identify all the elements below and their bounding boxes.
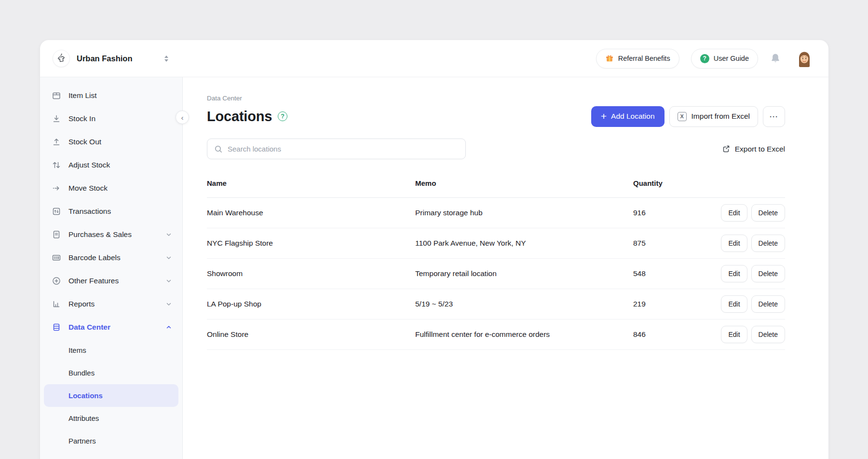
sidebar-subitem-bundles[interactable]: Bundles xyxy=(44,362,178,384)
bar-chart-icon xyxy=(52,299,61,309)
edit-button[interactable]: Edit xyxy=(721,295,747,313)
export-icon xyxy=(721,144,731,153)
sidebar-subitem-label: Items xyxy=(68,346,86,354)
export-to-excel-button[interactable]: Export to Excel xyxy=(721,144,785,153)
notifications-button[interactable] xyxy=(770,53,781,64)
app-header: Urban Fashion Referral Benefits ? User G… xyxy=(40,40,828,77)
more-options-button[interactable]: ··· xyxy=(763,106,785,127)
arrow-right-dashed-icon xyxy=(52,183,61,193)
sidebar-item-label: Stock In xyxy=(68,114,95,123)
import-from-excel-label: Import from Excel xyxy=(692,112,750,121)
table-row: NYC Flagship Store 1100 Park Avenue, New… xyxy=(207,228,785,259)
cell-name: Showroom xyxy=(207,269,415,278)
referral-benefits-button[interactable]: Referral Benefits xyxy=(596,49,679,69)
table-header: Name Memo Quantity xyxy=(207,159,785,198)
cell-memo: Fulfillment center for e-commerce orders xyxy=(415,330,633,339)
cell-memo: 1100 Park Avenue, New York, NY xyxy=(415,239,633,248)
cell-quantity: 846 xyxy=(633,330,718,339)
document-icon xyxy=(52,230,61,239)
edit-button[interactable]: Edit xyxy=(721,235,747,252)
page-actions: + Add Location X Import from Excel ··· xyxy=(591,106,785,127)
delete-button[interactable]: Delete xyxy=(751,204,785,222)
workspace-switcher[interactable]: Urban Fashion xyxy=(53,50,168,67)
workspace-logo xyxy=(53,50,70,67)
add-location-button[interactable]: + Add Location xyxy=(591,106,665,127)
cell-name: Online Store xyxy=(207,330,415,339)
column-header-memo: Memo xyxy=(415,179,633,187)
sidebar-item-barcode-labels[interactable]: Barcode Labels xyxy=(40,246,182,269)
sidebar: ‹ Item List Stock In Stock Out Adjust St… xyxy=(40,77,183,459)
cell-name: LA Pop-up Shop xyxy=(207,300,415,308)
table-row: Showroom Temporary retail location 548 E… xyxy=(207,259,785,289)
cell-name: NYC Flagship Store xyxy=(207,239,415,248)
sidebar-collapse-button[interactable]: ‹ xyxy=(176,111,189,124)
sidebar-subitem-items[interactable]: Items xyxy=(44,339,178,362)
sidebar-subitem-label: Attributes xyxy=(68,414,99,422)
sidebar-item-other-features[interactable]: Other Features xyxy=(40,269,182,292)
search-icon xyxy=(214,145,223,153)
help-icon[interactable]: ? xyxy=(278,111,287,121)
search-input[interactable] xyxy=(228,145,459,153)
page-title: Locations xyxy=(207,109,272,125)
package-icon xyxy=(52,91,61,100)
sidebar-item-label: Purchases & Sales xyxy=(68,230,132,239)
sidebar-item-data-center[interactable]: Data Center xyxy=(40,316,182,339)
bell-icon xyxy=(770,53,781,64)
delete-button[interactable]: Delete xyxy=(751,265,785,282)
sidebar-subitem-label: Locations xyxy=(68,391,103,400)
table-row: Online Store Fulfillment center for e-co… xyxy=(207,320,785,350)
sidebar-item-label: Move Stock xyxy=(68,184,108,193)
sidebar-item-label: Barcode Labels xyxy=(68,253,121,262)
edit-button[interactable]: Edit xyxy=(721,265,747,282)
column-header-quantity: Quantity xyxy=(633,179,718,187)
chevron-down-icon xyxy=(166,232,172,237)
column-header-name: Name xyxy=(207,179,415,187)
cell-memo: Temporary retail location xyxy=(415,269,633,278)
user-avatar[interactable] xyxy=(795,49,814,68)
delete-button[interactable]: Delete xyxy=(751,295,785,313)
excel-x-icon: X xyxy=(678,112,687,121)
sidebar-item-item-list[interactable]: Item List xyxy=(40,84,182,107)
sidebar-item-move-stock[interactable]: Move Stock xyxy=(40,177,182,200)
sidebar-item-transactions[interactable]: Transactions xyxy=(40,200,182,223)
gift-icon xyxy=(605,54,614,63)
workspace-select-caret-icon[interactable] xyxy=(164,56,168,62)
table-row: Main Warehouse Primary storage hub 916 E… xyxy=(207,198,785,228)
ellipsis-icon: ··· xyxy=(770,112,778,121)
cell-memo: 5/19 ~ 5/23 xyxy=(415,300,633,308)
sidebar-item-label: Reports xyxy=(68,300,95,308)
sidebar-item-purchases-sales[interactable]: Purchases & Sales xyxy=(40,223,182,246)
referral-benefits-label: Referral Benefits xyxy=(618,55,670,62)
sidebar-subitem-locations[interactable]: Locations xyxy=(44,384,178,407)
table-row: LA Pop-up Shop 5/19 ~ 5/23 219 Edit Dele… xyxy=(207,289,785,320)
sidebar-item-adjust-stock[interactable]: Adjust Stock xyxy=(40,153,182,177)
locations-table: Name Memo Quantity Main Warehouse Primar… xyxy=(207,159,785,350)
sidebar-subitem-attributes[interactable]: Attributes xyxy=(44,407,178,430)
question-circle-icon: ? xyxy=(700,54,709,63)
import-from-excel-button[interactable]: X Import from Excel xyxy=(669,106,758,127)
workspace-name: Urban Fashion xyxy=(77,54,133,63)
plus-circle-icon xyxy=(52,276,61,286)
user-guide-button[interactable]: ? User Guide xyxy=(691,49,758,69)
chevron-down-icon xyxy=(166,278,172,284)
barcode-icon xyxy=(52,253,61,263)
header-actions: Referral Benefits ? User Guide xyxy=(596,49,814,69)
cell-name: Main Warehouse xyxy=(207,209,415,217)
cell-quantity: 548 xyxy=(633,269,718,278)
chevron-down-icon xyxy=(166,301,172,307)
add-location-label: Add Location xyxy=(611,112,655,121)
chevron-up-icon xyxy=(166,324,172,330)
sidebar-item-stock-out[interactable]: Stock Out xyxy=(40,130,182,153)
transactions-icon xyxy=(52,207,61,216)
sidebar-item-reports[interactable]: Reports xyxy=(40,292,182,316)
edit-button[interactable]: Edit xyxy=(721,204,747,222)
arrow-down-tray-icon xyxy=(52,114,61,124)
cell-quantity: 916 xyxy=(633,209,718,217)
sidebar-item-stock-in[interactable]: Stock In xyxy=(40,107,182,130)
delete-button[interactable]: Delete xyxy=(751,326,785,343)
sidebar-subitem-partners[interactable]: Partners xyxy=(44,430,178,452)
sidebar-subitem-label: Bundles xyxy=(68,369,95,377)
edit-button[interactable]: Edit xyxy=(721,326,747,343)
delete-button[interactable]: Delete xyxy=(751,235,785,252)
database-icon xyxy=(52,322,61,332)
